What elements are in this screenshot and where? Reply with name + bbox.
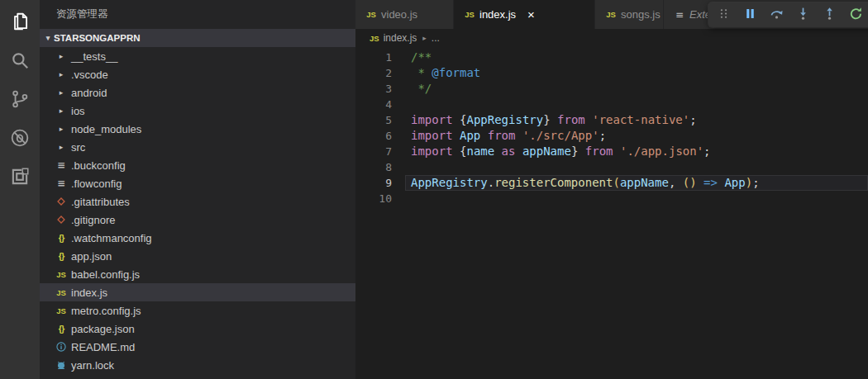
- tab-label: index.js: [479, 8, 516, 21]
- debug-drag-handle-button[interactable]: [714, 6, 732, 24]
- line-text[interactable]: * @format: [405, 65, 868, 81]
- git-file-icon: [53, 214, 69, 225]
- tree-item-label: .flowconfig: [71, 178, 122, 190]
- tree-item-label: app.json: [71, 250, 112, 263]
- chevron-right-icon: ▸: [53, 143, 69, 151]
- code-line-1[interactable]: 1/**: [355, 50, 868, 65]
- line-text[interactable]: import {name as appName} from './app.jso…: [405, 144, 868, 159]
- tab-index-js[interactable]: JSindex.js×: [454, 0, 594, 29]
- tree-item-index-js[interactable]: JSindex.js: [40, 283, 355, 301]
- tab-songs-js[interactable]: JSsongs.js: [595, 0, 663, 29]
- line-number: 8: [355, 159, 392, 175]
- debug-restart-button[interactable]: [847, 6, 865, 24]
- tree-item-label: .buckconfig: [71, 159, 126, 172]
- line-text[interactable]: AppRegistry.registerComponent(appName, (…: [405, 175, 868, 191]
- tab-close-icon[interactable]: ×: [527, 8, 535, 21]
- debug-step-out-button[interactable]: [820, 6, 838, 24]
- line-number: 10: [355, 191, 392, 206]
- breadcrumb-more[interactable]: ...: [432, 32, 440, 44]
- tree-item-label: __tests__: [71, 50, 117, 63]
- tree-item-buckconfig[interactable]: ≡.buckconfig: [40, 156, 355, 174]
- code-line-3[interactable]: 3 */: [355, 81, 868, 97]
- line-number: 3: [355, 81, 392, 97]
- tree-item-android[interactable]: ▸android: [40, 83, 355, 102]
- tree-item-label: metro.config.js: [71, 305, 141, 317]
- debug-step-into-button[interactable]: [794, 6, 812, 24]
- json-file-icon: {}: [53, 233, 69, 243]
- line-text[interactable]: [405, 159, 868, 175]
- git-branch-icon: [9, 88, 31, 113]
- breadcrumb: JS index.js ▸ ...: [355, 29, 868, 47]
- line-text[interactable]: import {AppRegistry} from 'react-native'…: [405, 112, 868, 128]
- list-file-icon: ≡: [672, 9, 687, 21]
- tree-item-src[interactable]: ▸src: [40, 138, 355, 156]
- tree-item-label: .gitignore: [71, 214, 115, 226]
- chevron-right-icon: ▸: [53, 70, 69, 78]
- line-number: 1: [355, 50, 392, 65]
- tree-item-babel-config-js[interactable]: JSbabel.config.js: [40, 265, 355, 283]
- tree-item-label: ios: [71, 105, 85, 117]
- activity-bar-item-extensions[interactable]: [7, 166, 32, 191]
- config-file-icon: ≡: [53, 159, 69, 171]
- line-number: 2: [355, 65, 392, 81]
- grip-icon: [717, 7, 731, 24]
- code-line-8[interactable]: 8: [355, 159, 868, 175]
- activity-bar-item-search[interactable]: [7, 50, 32, 74]
- activity-bar-item-debug[interactable]: [7, 127, 32, 152]
- tree-item-package-json[interactable]: {}package.json: [40, 320, 355, 338]
- project-section-header[interactable]: ▾ STARSONGAPPRN: [40, 29, 355, 47]
- debug-step-over-button[interactable]: [767, 6, 785, 24]
- line-text[interactable]: /**: [405, 50, 868, 65]
- tree-item-tests[interactable]: ▸__tests__: [40, 47, 355, 65]
- tree-item-readme-md[interactable]: README.md: [40, 338, 355, 356]
- step-out-icon: [823, 7, 837, 24]
- config-file-icon: ≡: [53, 178, 69, 189]
- line-number: 9: [355, 175, 392, 191]
- tree-item-vscode[interactable]: ▸.vscode: [40, 65, 355, 83]
- pause-icon: [743, 7, 757, 24]
- tree-item-label: .watchmanconfig: [71, 232, 152, 244]
- code-line-7[interactable]: 7import {name as appName} from './app.js…: [355, 144, 868, 159]
- code-line-9[interactable]: 9AppRegistry.registerComponent(appName, …: [355, 175, 868, 191]
- activity-bar-item-source-control[interactable]: [7, 88, 32, 113]
- tree-item-label: babel.config.js: [71, 268, 140, 281]
- tree-item-yarn-lock[interactable]: yarn.lock: [40, 356, 355, 374]
- code-line-2[interactable]: 2 * @format: [355, 65, 868, 81]
- tree-item-gitattributes[interactable]: .gitattributes: [40, 192, 355, 211]
- debug-icon: [9, 127, 31, 152]
- tree-item-flowconfig[interactable]: ≡.flowconfig: [40, 174, 355, 192]
- debug-toolbar: [708, 2, 868, 27]
- js-file-icon: JS: [370, 34, 379, 43]
- tree-item-label: .gitattributes: [71, 196, 130, 208]
- line-text[interactable]: [405, 97, 868, 112]
- code-line-4[interactable]: 4: [355, 97, 868, 112]
- activity-bar-item-explorer[interactable]: [7, 11, 32, 36]
- explorer-sidebar: 资源管理器 ▾ STARSONGAPPRN ▸__tests__▸.vscode…: [40, 0, 355, 379]
- chevron-right-icon: ▸: [422, 34, 427, 42]
- code-line-10[interactable]: 10: [355, 191, 868, 206]
- tree-item-app-json[interactable]: {}app.json: [40, 247, 355, 265]
- code-editor[interactable]: 1/**2 * @format3 */45import {AppRegistry…: [355, 47, 868, 379]
- yarn-file-icon: [53, 359, 69, 371]
- tree-item-label: README.md: [71, 341, 135, 353]
- tree-item-label: src: [71, 141, 85, 154]
- tree-item-label: node_modules: [71, 123, 141, 135]
- line-text[interactable]: [405, 191, 868, 206]
- js-file-icon: JS: [603, 10, 618, 19]
- tree-item-label: .vscode: [71, 69, 108, 81]
- line-text[interactable]: */: [405, 81, 868, 97]
- tree-item-node-modules[interactable]: ▸node_modules: [40, 120, 355, 138]
- files-icon: [9, 11, 31, 36]
- tree-item-metro-config-js[interactable]: JSmetro.config.js: [40, 301, 355, 320]
- tree-item-ios[interactable]: ▸ios: [40, 102, 355, 120]
- line-text[interactable]: import App from './src/App';: [405, 128, 868, 144]
- tree-item-gitignore[interactable]: .gitignore: [40, 211, 355, 229]
- tab-video-js[interactable]: JSvideo.js: [355, 0, 453, 29]
- breadcrumb-file[interactable]: index.js: [384, 32, 417, 44]
- debug-pause-button[interactable]: [741, 6, 759, 24]
- code-line-5[interactable]: 5import {AppRegistry} from 'react-native…: [355, 112, 868, 128]
- json-file-icon: {}: [53, 324, 69, 334]
- tree-item-watchmanconfig[interactable]: {}.watchmanconfig: [40, 229, 355, 247]
- line-number: 6: [355, 128, 392, 144]
- code-line-6[interactable]: 6import App from './src/App';: [355, 128, 868, 144]
